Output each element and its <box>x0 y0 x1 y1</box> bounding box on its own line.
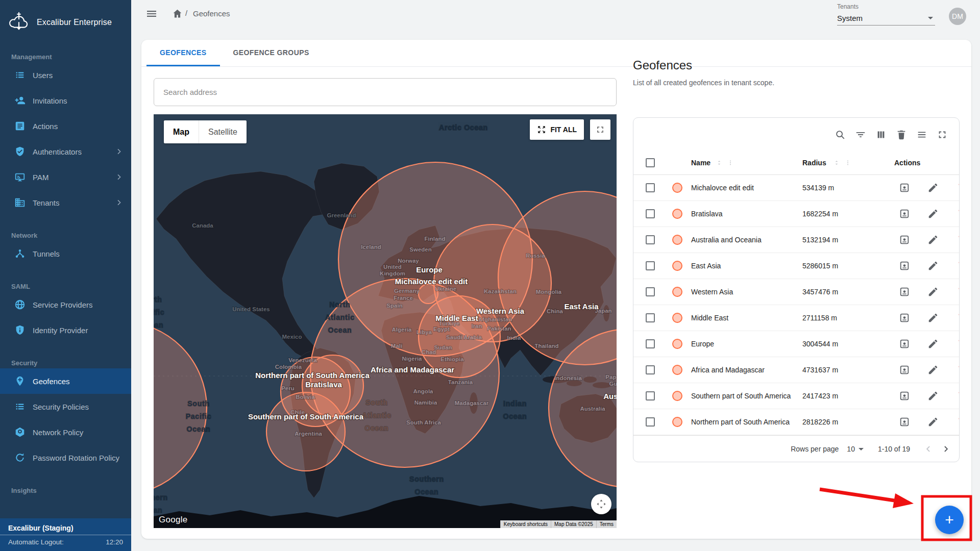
sidebar-nav: ManagementUsersInvitationsActionsAuthent… <box>0 52 131 496</box>
delete-button[interactable] <box>957 260 960 271</box>
next-page-button[interactable] <box>940 443 952 455</box>
tab-geofence-groups[interactable]: GEOFENCE GROUPS <box>220 40 323 66</box>
sidebar-item-users[interactable]: Users <box>0 62 131 88</box>
column-menu-icon[interactable] <box>727 159 734 166</box>
fit-all-label: FIT ALL <box>550 126 577 134</box>
sidebar-item-invitations[interactable]: Invitations <box>0 88 131 113</box>
edit-button[interactable] <box>927 182 939 193</box>
delete-button[interactable] <box>957 234 960 245</box>
sidebar-item-tunnels[interactable]: Tunnels <box>0 241 131 266</box>
sidebar-item-pam[interactable]: PAM <box>0 164 131 190</box>
row-checkbox[interactable] <box>646 261 655 270</box>
row-checkbox[interactable] <box>646 417 655 427</box>
delete-button[interactable] <box>957 364 960 375</box>
previous-page-button[interactable] <box>922 443 935 455</box>
cell-radius: 5132194 m <box>802 236 838 244</box>
sidebar-item-tenants[interactable]: Tenants <box>0 190 131 215</box>
columns-icon[interactable] <box>875 129 887 140</box>
preview-button[interactable] <box>899 234 910 245</box>
preview-button[interactable] <box>899 390 910 402</box>
map-type-map-button[interactable]: Map <box>164 120 199 143</box>
menu-hamburger-icon[interactable] <box>145 8 158 20</box>
sidebar-item-password-rotation-policy[interactable]: Password Rotation Policy <box>0 445 131 470</box>
sidebar-item-authenticators[interactable]: Authenticators <box>0 139 131 164</box>
column-header-name[interactable]: Name <box>691 151 710 174</box>
column-header-radius[interactable]: Radius <box>802 151 826 174</box>
preview-button[interactable] <box>899 364 910 375</box>
map-country-label: Guinea <box>609 381 617 387</box>
edit-button[interactable] <box>927 364 939 375</box>
fit-all-button[interactable]: FIT ALL <box>530 119 584 140</box>
map[interactable]: GreenlandCanadaUnited StatesMexicoIcelan… <box>154 114 617 528</box>
delete-icon[interactable] <box>896 129 907 140</box>
sidebar-item-network-policy[interactable]: Network Policy <box>0 419 131 445</box>
delete-button[interactable] <box>957 182 960 193</box>
row-checkbox[interactable] <box>646 365 655 374</box>
preview-button[interactable] <box>899 338 910 349</box>
delete-button[interactable] <box>957 312 960 323</box>
chevron-right-icon <box>115 198 123 207</box>
map-ocean-label: NorthAtlanticOcean <box>325 300 355 334</box>
search-icon[interactable] <box>835 129 846 140</box>
edit-button[interactable] <box>927 338 939 349</box>
column-menu-icon[interactable] <box>844 159 851 166</box>
edit-button[interactable] <box>927 286 939 297</box>
filter-icon[interactable] <box>855 129 866 140</box>
delete-button[interactable] <box>957 390 960 402</box>
preview-button[interactable] <box>899 312 910 323</box>
edit-button[interactable] <box>927 260 939 271</box>
row-checkbox[interactable] <box>646 209 655 218</box>
row-checkbox[interactable] <box>646 183 655 192</box>
row-checkbox[interactable] <box>646 235 655 244</box>
rows-per-page-select[interactable]: 10 <box>847 445 864 453</box>
preview-button[interactable] <box>899 182 910 193</box>
sidebar-item-service-providers[interactable]: Service Providers <box>0 292 131 317</box>
tenant-select-control[interactable]: System <box>837 11 935 26</box>
avatar[interactable]: DM <box>949 8 966 25</box>
map-pan-button[interactable] <box>591 494 611 514</box>
cell-radius: 3457476 m <box>802 288 838 296</box>
sort-icon[interactable] <box>715 159 723 167</box>
add-geofence-fab[interactable]: + <box>935 506 964 534</box>
geofence-color-swatch <box>672 287 682 297</box>
map-geofence-label-northern-part-of-south-america: Northern part of South America <box>255 371 370 380</box>
attribution-keyboard-shortcuts[interactable]: Keyboard shortcuts <box>500 520 551 528</box>
delete-button[interactable] <box>957 286 960 297</box>
sidebar-item-geofences[interactable]: Geofences <box>0 368 131 394</box>
map-country-label: Germany <box>394 288 420 294</box>
search-address-input[interactable] <box>154 78 617 106</box>
row-checkbox[interactable] <box>646 313 655 322</box>
sidebar-item-security-policies[interactable]: Security Policies <box>0 394 131 419</box>
preview-button[interactable] <box>899 208 910 219</box>
row-checkbox[interactable] <box>646 391 655 400</box>
map-country-label: India <box>507 335 521 341</box>
density-icon[interactable] <box>916 129 927 140</box>
attribution-map-data-2025[interactable]: Map Data ©2025 <box>551 520 596 528</box>
breadcrumb-home-icon[interactable] <box>172 8 183 19</box>
edit-button[interactable] <box>927 312 939 323</box>
select-all-checkbox[interactable] <box>646 158 655 167</box>
preview-button[interactable] <box>899 286 910 297</box>
preview-button[interactable] <box>899 416 910 428</box>
row-checkbox[interactable] <box>646 339 655 348</box>
sidebar-item-actions[interactable]: Actions <box>0 113 131 139</box>
map-type-satellite-button[interactable]: Satellite <box>199 120 247 143</box>
row-checkbox[interactable] <box>646 287 655 296</box>
edit-button[interactable] <box>927 390 939 402</box>
sidebar-item-identity-provider[interactable]: Identity Provider <box>0 317 131 343</box>
edit-button[interactable] <box>927 208 939 219</box>
map-country-label: Namibia <box>414 399 437 406</box>
edit-button[interactable] <box>927 234 939 245</box>
map-fullscreen-button[interactable] <box>590 119 610 140</box>
tab-geofences[interactable]: GEOFENCES <box>146 40 220 66</box>
preview-button[interactable] <box>899 260 910 271</box>
delete-button[interactable] <box>957 208 960 219</box>
edit-button[interactable] <box>927 416 939 428</box>
attribution-terms[interactable]: Terms <box>596 520 617 528</box>
map-country-label: Australia <box>580 406 605 412</box>
sort-icon[interactable] <box>832 159 841 167</box>
fullscreen-icon[interactable] <box>937 129 948 140</box>
map-country-label: Afghanistan <box>478 316 512 322</box>
delete-button[interactable] <box>957 338 960 349</box>
delete-button[interactable] <box>957 416 960 428</box>
